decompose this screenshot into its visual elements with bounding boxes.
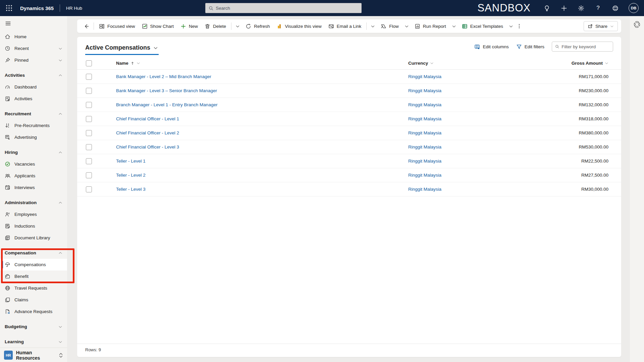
row-checkbox[interactable] <box>86 172 92 178</box>
email-link-button[interactable]: Email a Link <box>325 21 365 31</box>
delete-button[interactable]: Delete <box>201 21 229 31</box>
column-header-gross-amount[interactable]: Gross Amount <box>513 61 608 66</box>
excel-chevron-icon[interactable] <box>506 24 516 28</box>
waffle-icon[interactable] <box>5 4 13 12</box>
record-link[interactable]: Teller - Level 3 <box>116 187 146 192</box>
row-checkbox[interactable] <box>86 74 92 80</box>
column-header-currency[interactable]: Currency <box>408 61 513 66</box>
sidebar-group-activities[interactable]: Activities <box>0 69 67 81</box>
record-link[interactable]: Branch Manager - Level 1 - Entry Branch … <box>116 102 217 107</box>
sidebar-item-interviews[interactable]: Interviews <box>0 182 67 193</box>
table-row: Teller - Level 2 Ringgit Malaysia RM27,5… <box>77 168 621 182</box>
row-checkbox[interactable] <box>86 102 92 108</box>
row-checkbox[interactable] <box>86 130 92 136</box>
sidebar-item-home[interactable]: Home <box>0 31 67 43</box>
copilot-icon[interactable] <box>633 20 641 28</box>
gear-icon[interactable] <box>577 4 585 12</box>
record-link[interactable]: Teller - Level 2 <box>116 173 146 178</box>
sidebar-item-benefit[interactable]: Benefit <box>0 270 67 282</box>
brand-title[interactable]: Dynamics 365 <box>20 5 54 11</box>
new-button[interactable]: New <box>177 21 201 31</box>
area-switcher[interactable]: HR Human Resources <box>0 348 67 362</box>
row-checkbox[interactable] <box>86 186 92 192</box>
record-link[interactable]: Chief Financial Officer - Level 1 <box>116 116 179 121</box>
user-avatar[interactable]: DB <box>629 3 639 13</box>
currency-link[interactable]: Ringgit Malaysia <box>408 144 441 149</box>
sidebar-item-compensations[interactable]: Compensations <box>0 259 67 270</box>
sidebar-item-advance-requests[interactable]: Advance Requests <box>0 306 67 317</box>
help-icon[interactable]: ? <box>594 4 602 12</box>
hamburger-menu-icon[interactable] <box>0 16 67 31</box>
sidebar-item-dashboard[interactable]: Dashboard <box>0 81 67 93</box>
edit-filters-button[interactable]: Edit filters <box>516 44 544 50</box>
sidebar-group-recruitment[interactable]: Recruitment <box>0 108 67 120</box>
area-badge: HR <box>4 351 13 360</box>
sidebar-item-recent[interactable]: Recent <box>0 43 67 54</box>
currency-link[interactable]: Ringgit Malaysia <box>408 187 441 192</box>
overflow-chevron-icon[interactable] <box>233 24 242 28</box>
sidebar-group-administration[interactable]: Administration <box>0 197 67 208</box>
sidebar-item-pre-recruitments[interactable]: Pre-Recruitments <box>0 120 67 131</box>
currency-link[interactable]: Ringgit Malaysia <box>408 159 441 164</box>
view-selector[interactable]: Active Compensations <box>85 44 159 55</box>
excel-templates-button[interactable]: Excel Templates <box>459 21 506 31</box>
currency-link[interactable]: Ringgit Malaysia <box>408 102 441 107</box>
overflow-chevron-icon[interactable] <box>368 24 377 28</box>
sidebar-group-budgeting[interactable]: Budgeting <box>0 321 67 333</box>
currency-link[interactable]: Ringgit Malaysia <box>408 116 441 121</box>
sidebar-group-compensation[interactable]: Compensation <box>0 247 67 259</box>
sidebar-item-claims[interactable]: Claims <box>0 294 67 306</box>
record-link[interactable]: Bank Manager - Level 2 – Mid Branch Mana… <box>116 74 211 79</box>
globe-icon <box>5 285 10 291</box>
back-button[interactable] <box>80 21 92 31</box>
row-checkbox[interactable] <box>86 158 92 164</box>
app-name[interactable]: HR Hub <box>66 6 82 11</box>
global-search-box[interactable] <box>205 3 362 13</box>
currency-link[interactable]: Ringgit Malaysia <box>408 173 441 178</box>
column-header-name[interactable]: Name <box>101 61 408 66</box>
sidebar-item-travel-requests[interactable]: Travel Requests <box>0 282 67 294</box>
filter-keyword-box[interactable] <box>552 42 613 52</box>
sidebar-group-hiring[interactable]: Hiring <box>0 146 67 158</box>
sidebar-item-document-library[interactable]: Document Library <box>0 232 67 244</box>
refresh-button[interactable]: Refresh <box>242 21 273 31</box>
sidebar-item-vacancies[interactable]: Vacancies <box>0 158 67 170</box>
run-report-chevron-icon[interactable] <box>449 24 459 28</box>
row-checkbox[interactable] <box>86 116 92 122</box>
select-all-checkbox[interactable] <box>86 60 92 66</box>
row-checkbox[interactable] <box>86 144 92 150</box>
gross-amount-value: RM530,000.00 <box>513 144 608 149</box>
edit-columns-icon <box>474 44 480 50</box>
global-search-input[interactable] <box>216 6 358 11</box>
add-icon[interactable] <box>560 4 568 12</box>
flow-chevron-icon[interactable] <box>402 24 411 28</box>
currency-link[interactable]: Ringgit Malaysia <box>408 130 441 135</box>
sidebar-item-pinned[interactable]: Pinned <box>0 54 67 66</box>
more-commands-button[interactable] <box>516 21 523 31</box>
filter-keyword-input[interactable] <box>561 44 610 49</box>
share-button[interactable]: Share <box>584 21 618 31</box>
record-link[interactable]: Teller - Level 1 <box>116 159 146 164</box>
currency-link[interactable]: Ringgit Malaysia <box>408 88 441 93</box>
flow-button[interactable]: Flow <box>377 21 402 31</box>
sidebar-group-learning[interactable]: Learning <box>0 336 67 348</box>
row-checkbox[interactable] <box>86 88 92 94</box>
record-link[interactable]: Chief Financial Officer - Level 2 <box>116 130 179 135</box>
compliance-icon[interactable] <box>611 4 619 12</box>
focused-view-button[interactable]: Focused view <box>96 21 139 31</box>
back-arrow-icon <box>84 23 89 29</box>
sidebar-item-applicants[interactable]: Applicants <box>0 170 67 182</box>
record-link[interactable]: Chief Financial Officer - Level 3 <box>116 144 179 149</box>
sidebar-item-advertising[interactable]: Advertising <box>0 131 67 143</box>
sidebar-item-inductions[interactable]: Inductions <box>0 220 67 232</box>
run-report-button[interactable]: Run Report <box>411 21 449 31</box>
lightbulb-icon[interactable] <box>543 4 550 12</box>
visualize-view-button[interactable]: Visualize this view <box>273 21 325 31</box>
edit-columns-button[interactable]: Edit columns <box>474 44 508 50</box>
record-link[interactable]: Bank Manager - Level 3 – Senior Branch M… <box>116 88 217 93</box>
sidebar-item-activities[interactable]: Activities <box>0 93 67 105</box>
trash-icon <box>205 23 210 29</box>
currency-link[interactable]: Ringgit Malaysia <box>408 74 441 79</box>
sidebar-item-employees[interactable]: Employees <box>0 208 67 220</box>
show-chart-button[interactable]: Show Chart <box>139 21 177 31</box>
